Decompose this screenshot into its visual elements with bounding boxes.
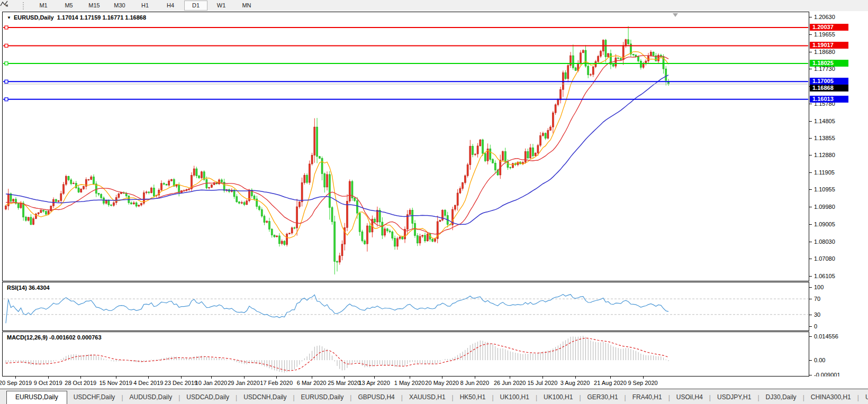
date-label[interactable]: 9 Sep 2020 xyxy=(628,380,657,386)
date-label[interactable]: 26 Jun 2020 xyxy=(494,380,526,386)
rsi-tick-label: 70 xyxy=(814,296,820,302)
hline-price-label: 1.16013 xyxy=(810,96,848,103)
price-tick xyxy=(809,259,812,259)
date-label[interactable]: 10 Jan 2020 xyxy=(195,380,228,386)
date-tick xyxy=(276,377,277,379)
date-label[interactable]: 8 Jun 2020 xyxy=(460,380,489,386)
date-tick xyxy=(643,377,644,379)
current-price-label: 1.16868 xyxy=(810,85,848,91)
tab-usdcnh-daily[interactable]: USDCNH,Daily xyxy=(237,391,293,404)
tab-audusd-daily[interactable]: AUDUSD,Daily xyxy=(123,391,179,404)
price-tick-label: 1.09980 xyxy=(814,204,835,210)
tab-china300-h1[interactable]: CHINA300,H1 xyxy=(804,391,857,404)
timeframe-button-w1[interactable]: W1 xyxy=(210,1,233,11)
date-label[interactable]: 3 Aug 2020 xyxy=(560,380,590,386)
rsi-indicator-panel[interactable]: RSI(14) 36.4304 xyxy=(2,282,809,331)
symbol-dropdown-icon[interactable]: ▼ xyxy=(7,15,11,20)
rsi-tick-label: 100 xyxy=(814,284,824,290)
date-label[interactable]: 20 Sep 2019 xyxy=(0,380,32,386)
price-tick xyxy=(809,189,812,190)
date-tick xyxy=(80,377,81,379)
tab-usoil-h4[interactable]: USOil,H4 xyxy=(670,391,709,404)
date-tick xyxy=(374,377,375,379)
date-label[interactable]: 4 Dec 2019 xyxy=(133,380,163,386)
timeframe-buttons: M1M5M15M30H1H4D1W1MN xyxy=(31,1,259,11)
timeframe-button-m30[interactable]: M30 xyxy=(108,1,131,11)
date-label[interactable]: 25 Mar 2020 xyxy=(328,380,360,386)
main-chart-panel[interactable]: ▼EURUSD,Daily 1.17014 1.17159 1.16771 1.… xyxy=(2,12,809,281)
date-label[interactable]: 28 Oct 2019 xyxy=(65,380,96,386)
price-tick xyxy=(809,242,812,242)
date-label[interactable]: 9 Oct 2019 xyxy=(34,380,62,386)
hline-price-label: 1.19017 xyxy=(810,42,848,49)
price-tick xyxy=(809,155,812,155)
date-label[interactable]: 23 Dec 2019 xyxy=(165,380,197,386)
chart-shift-marker xyxy=(673,13,678,17)
macd-tick-label: 0.014556 xyxy=(814,333,838,339)
chart-tool-button[interactable]: ▾ xyxy=(2,3,9,8)
date-label[interactable]: 15 Jul 2020 xyxy=(527,380,557,386)
tab-fra40-h1[interactable]: FRA40,H1 xyxy=(626,391,668,404)
date-label[interactable]: 17 Feb 2020 xyxy=(260,380,293,386)
hline-price-label: 1.17005 xyxy=(810,78,848,85)
rsi-label: RSI(14) 36.4304 xyxy=(7,284,50,291)
date-label[interactable]: 29 Jan 2020 xyxy=(228,380,260,386)
price-tick-label: 1.06105 xyxy=(814,273,835,279)
tab-uk100-h1[interactable]: UK100,H1 xyxy=(494,391,536,404)
date-label[interactable]: 13 Apr 2020 xyxy=(358,380,390,386)
rsi-tick-label: 30 xyxy=(814,311,820,318)
tab-usoil-h1[interactable]: USOil,H1 xyxy=(859,391,868,404)
date-label[interactable]: 6 Mar 2020 xyxy=(297,380,327,386)
chart-window: ▼EURUSD,Daily 1.17014 1.17159 1.16771 1.… xyxy=(0,11,868,389)
date-tick xyxy=(116,377,116,379)
tab-xauusd-h1[interactable]: XAUUSD,H1 xyxy=(403,391,452,404)
price-tick xyxy=(809,207,812,207)
macd-indicator-panel[interactable]: MACD(12,26,9) -0.001602 0.000763 xyxy=(2,332,809,377)
price-tick xyxy=(809,224,812,225)
date-tick xyxy=(15,377,16,379)
macd-label: MACD(12,26,9) -0.001602 0.000763 xyxy=(7,334,102,341)
tab-ger30-h1[interactable]: GER30,H1 xyxy=(581,391,625,404)
date-label[interactable]: 15 Nov 2019 xyxy=(99,380,132,386)
timeframe-button-m15[interactable]: M15 xyxy=(83,1,106,11)
tab-gbpusd-h4[interactable]: GBPUSD,H4 xyxy=(351,391,401,404)
price-tick-label: 1.19655 xyxy=(814,31,835,38)
tab-eurusd-daily[interactable]: EURUSD,Daily xyxy=(295,391,350,404)
price-tick-label: 1.14805 xyxy=(814,118,835,124)
price-tick-label: 1.13855 xyxy=(814,135,835,141)
toolbar-grip xyxy=(23,2,25,10)
tab-usdcad-daily[interactable]: USDCAD,Daily xyxy=(180,391,236,404)
date-label[interactable]: 21 Aug 2020 xyxy=(594,380,627,386)
timeframe-button-m5[interactable]: M5 xyxy=(57,1,80,11)
date-tick xyxy=(610,377,611,379)
price-tick xyxy=(809,121,812,122)
tab-eurusd-daily[interactable]: EURUSD,Daily xyxy=(6,391,67,404)
hline-price-label: 1.18025 xyxy=(810,60,848,67)
price-tick xyxy=(809,17,812,17)
date-tick xyxy=(181,377,182,379)
tab-uk100-h1[interactable]: UK100,H1 xyxy=(537,391,579,404)
price-axis[interactable]: 1.206301.196551.186801.177301.167551.157… xyxy=(809,11,868,389)
price-tick xyxy=(809,172,812,173)
timeframe-button-d1[interactable]: D1 xyxy=(184,1,207,11)
timeframe-button-mn[interactable]: MN xyxy=(235,1,258,11)
ma-line-55 xyxy=(6,75,668,225)
tab-hk50-h1[interactable]: HK50,H1 xyxy=(454,391,492,404)
price-tick xyxy=(809,104,812,104)
date-tick xyxy=(148,377,149,379)
date-label[interactable]: 1 May 2020 xyxy=(394,380,424,386)
tab-usdchf-daily[interactable]: USDCHF,Daily xyxy=(67,391,122,404)
date-axis[interactable]: 20 Sep 20199 Oct 201928 Oct 201915 Nov 2… xyxy=(0,377,866,389)
chart-tab-bar: EURUSD,DailyUSDCHF,Daily|AUDUSD,Daily|US… xyxy=(0,389,868,404)
rsi-tick-label: 0 xyxy=(814,323,817,329)
timeframe-button-h4[interactable]: H4 xyxy=(159,1,182,11)
timeframe-button-h1[interactable]: H1 xyxy=(133,1,157,11)
timeframe-button-m1[interactable]: M1 xyxy=(32,1,55,11)
date-tick xyxy=(211,377,212,379)
tab-usdjpy-h1[interactable]: USDJPY,H1 xyxy=(711,391,757,404)
price-tick-label: 1.11905 xyxy=(814,169,835,176)
date-tick xyxy=(344,377,345,379)
date-tick xyxy=(575,377,576,379)
tab-dj30-daily[interactable]: DJ30,Daily xyxy=(760,391,803,404)
date-label[interactable]: 20 May 2020 xyxy=(425,380,459,386)
